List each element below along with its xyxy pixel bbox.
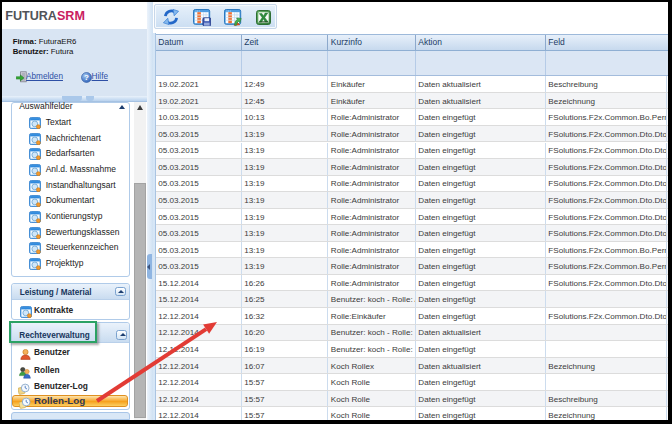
svg-text:?: ? xyxy=(84,73,89,82)
